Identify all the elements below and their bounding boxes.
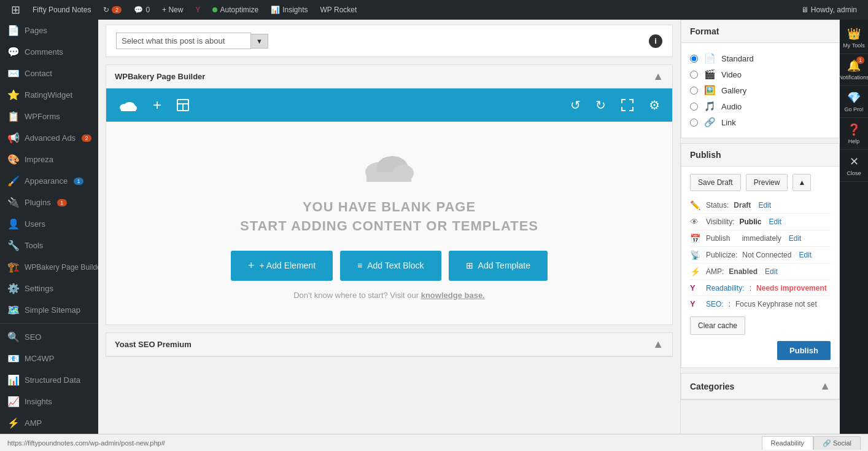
wpb-redo-btn[interactable]: ↻ <box>591 94 611 116</box>
sidebar-item-appearance[interactable]: 🖌️ Appearance 1 <box>0 170 98 192</box>
sidebar-item-simple-sitemap[interactable]: 🗺️ Simple Sitemap <box>0 299 98 321</box>
wpforms-icon: 📋 <box>7 111 20 122</box>
wpb-layout-icon <box>176 98 190 112</box>
format-item-video[interactable]: 🎬 Video <box>690 66 831 82</box>
wpbakery-header[interactable]: WPBakery Page Builder ▲ <box>106 65 672 88</box>
adminbar-insights[interactable]: 📊 Insights <box>265 0 314 20</box>
wpb-layout-btn[interactable] <box>171 95 195 116</box>
notifications-button[interactable]: 🔔 1 Notifications <box>840 54 868 86</box>
close-button[interactable]: ✕ Close <box>840 150 868 182</box>
sidebar-item-plugins[interactable]: 🔌 Plugins 1 <box>0 192 98 213</box>
publish-time-edit-link[interactable]: Edit <box>789 234 802 243</box>
wpbakery-toggle-icon[interactable]: ▲ <box>653 70 664 83</box>
tab-social[interactable]: 🔗 Social <box>813 436 861 450</box>
wpb-settings-btn[interactable]: ⚙ <box>644 94 665 116</box>
select-arrow-btn[interactable]: ▼ <box>251 34 268 49</box>
publish-title: Publish <box>690 150 721 160</box>
wpb-undo-btn[interactable]: ↺ <box>565 94 586 116</box>
visibility-edit-link[interactable]: Edit <box>769 218 781 226</box>
preview-settings-button[interactable]: ▲ <box>792 174 811 191</box>
sidebar-item-wpforms[interactable]: 📋 WPForms <box>0 106 98 127</box>
format-icon-video: 🎬 <box>704 69 715 80</box>
publicize-edit-link[interactable]: Edit <box>799 251 812 259</box>
format-radio-link[interactable] <box>690 119 698 127</box>
adminbar-wprocket[interactable]: WP Rocket <box>314 0 363 20</box>
yoast-header[interactable]: Yoast SEO Premium ▲ <box>106 333 672 356</box>
post-about-select[interactable]: Select what this post is about <box>116 33 251 49</box>
sidebar-item-settings[interactable]: ⚙️ Settings <box>0 278 98 299</box>
clear-cache-button[interactable]: Clear cache <box>690 316 745 335</box>
add-element-button[interactable]: + + Add Element <box>231 251 333 281</box>
adminbar-comments[interactable]: 💬 0 <box>128 0 156 20</box>
sidebar-label-contact: Contact <box>25 69 52 78</box>
format-radio-gallery[interactable] <box>690 87 698 95</box>
save-draft-button[interactable]: Save Draft <box>690 174 741 191</box>
format-item-gallery[interactable]: 🖼️ Gallery <box>690 82 831 98</box>
comments-icon: 💬 <box>134 6 143 14</box>
sidebar-item-contact[interactable]: ✉️ Contact <box>0 63 98 84</box>
readability-link[interactable]: Readability: <box>706 284 745 292</box>
sidebar-item-mc4wp[interactable]: 📧 MC4WP <box>0 348 98 369</box>
svg-rect-10 <box>366 172 411 182</box>
adminbar-updates[interactable]: ↻ 2 <box>97 0 128 20</box>
seo-link[interactable]: SEO: <box>706 300 724 308</box>
categories-header[interactable]: Categories ▲ <box>681 374 839 399</box>
format-item-link[interactable]: 🔗 Link <box>690 114 831 130</box>
seo-value: Focus Keyphrase not set <box>735 300 817 308</box>
sidebar-item-users[interactable]: 👤 Users <box>0 213 98 235</box>
seo-row: Y SEO:: Focus Keyphrase not set <box>690 296 831 312</box>
format-radio-audio[interactable] <box>690 103 698 111</box>
status-edit-link[interactable]: Edit <box>758 201 771 210</box>
sidebar-item-ratingwidget[interactable]: ⭐ RatingWidget <box>0 84 98 106</box>
format-radio-standard[interactable] <box>690 55 698 63</box>
go-pro-button[interactable]: 💎 Go Pro! <box>840 86 868 118</box>
wpb-cloud-btn[interactable] <box>114 93 143 117</box>
wpb-fullscreen-btn[interactable] <box>616 95 639 116</box>
info-icon-btn[interactable]: i <box>649 34 662 48</box>
sidebar-item-insights[interactable]: 📈 Insights <box>0 391 98 412</box>
adminbar-wp-logo[interactable]: ⊞ <box>5 0 26 20</box>
adminbar-yoast[interactable]: Y <box>189 0 206 20</box>
adminbar-autoptimize[interactable]: Autoptimize <box>206 0 265 20</box>
post-about-box: Select what this post is about ▼ i <box>106 25 673 57</box>
help-button[interactable]: ❓ Help <box>840 118 868 150</box>
sidebar-item-amp[interactable]: ⚡ AMP <box>0 412 98 434</box>
format-radio-video[interactable] <box>690 71 698 79</box>
seo-meta-icon: Y <box>690 299 701 308</box>
ratingwidget-icon: ⭐ <box>7 89 20 101</box>
publicize-row: 📡 Publicize: Not Connected Edit <box>690 247 831 264</box>
insights-menu-icon: 📈 <box>7 396 20 407</box>
sidebar-item-seo[interactable]: 🔍 SEO <box>0 326 98 348</box>
my-tools-button[interactable]: 👑 My Tools <box>840 22 868 54</box>
knowledge-base-link[interactable]: knowledge base. <box>421 291 485 300</box>
wpb-blank-cloud-graphic <box>362 146 417 188</box>
sidebar-item-structured-data[interactable]: 📊 Structured Data <box>0 369 98 391</box>
preview-button[interactable]: Preview <box>746 174 788 191</box>
sidebar-item-comments[interactable]: 💬 Comments <box>0 41 98 63</box>
autoptimize-status-dot <box>212 7 217 12</box>
amp-edit-link[interactable]: Edit <box>765 267 778 276</box>
tab-readability[interactable]: Readability <box>762 436 813 450</box>
sidebar-item-pages[interactable]: 📄 Pages <box>0 20 98 41</box>
publish-button[interactable]: Publish <box>777 341 831 360</box>
adminbar-new[interactable]: + New <box>156 0 189 20</box>
add-text-block-button[interactable]: ≡ Add Text Block <box>340 251 441 281</box>
wpb-blank-state: YOU HAVE BLANK PAGE START ADDING CONTENT… <box>106 122 672 324</box>
bottom-bar: https://fiftypoundnotes.com/wp-admin/pos… <box>0 434 868 451</box>
notifications-label: Notifications <box>839 74 868 80</box>
sidebar-label-comments: Comments <box>25 47 63 57</box>
sidebar-item-wpbakery[interactable]: 🏗️ WPBakery Page Builder <box>0 256 98 278</box>
format-icon-link: 🔗 <box>704 117 715 128</box>
format-item-standard[interactable]: 📄 Standard <box>690 50 831 66</box>
sidebar-item-advanced-ads[interactable]: 📢 Advanced Ads 2 <box>0 127 98 149</box>
sidebar-item-tools[interactable]: 🔧 Tools <box>0 235 98 256</box>
seo-icon: 🔍 <box>7 331 20 343</box>
sidebar-item-impreza[interactable]: 🎨 Impreza <box>0 149 98 170</box>
adminbar-site-name[interactable]: Fifty Pound Notes <box>26 0 97 20</box>
add-template-button[interactable]: ⊞ Add Template <box>449 251 548 281</box>
yoast-toggle-icon[interactable]: ▲ <box>653 338 664 351</box>
format-label-video: Video <box>721 70 742 79</box>
categories-toggle-icon[interactable]: ▲ <box>820 380 831 393</box>
wpb-add-btn[interactable]: + <box>148 93 166 117</box>
format-item-audio[interactable]: 🎵 Audio <box>690 98 831 114</box>
